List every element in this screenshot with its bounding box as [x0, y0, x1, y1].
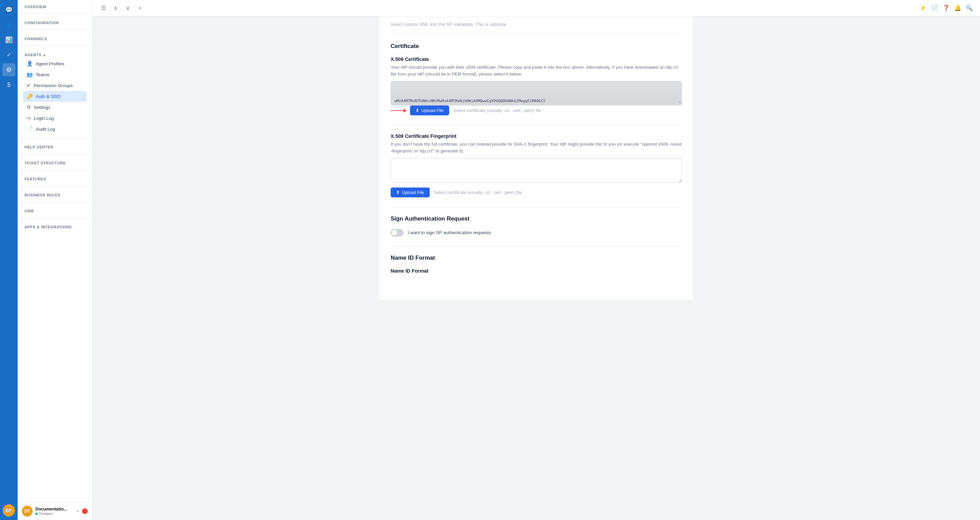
- person-circle-icon: 👤: [27, 60, 33, 67]
- name-id-sub-label: Name ID Format: [391, 268, 682, 274]
- footer-alert-icon[interactable]: 🔴: [82, 508, 88, 514]
- main-area: ☰ ∧ ∨ + ⚡ 📄 ❓ 🔔 🔍 Insert custom XML into…: [92, 0, 980, 520]
- sidebar-business-rules-section: BUSINESS RULES: [18, 188, 92, 200]
- sidebar-item-label: Login Log: [34, 116, 54, 121]
- bolt-icon-btn[interactable]: ⚡: [917, 3, 928, 14]
- sidebar-item-teams[interactable]: 👥 Teams: [23, 69, 87, 80]
- red-arrow-annotation: [391, 108, 407, 113]
- user-avatar-icon[interactable]: DT: [3, 504, 15, 517]
- cert-masked-display: wMzA4MTMxNTE0WhcNMzMwMzA4MTMxNjU0WjAOMQw…: [391, 81, 682, 105]
- help-center-label: HELP CENTER: [23, 145, 87, 149]
- help-icon-btn[interactable]: ❓: [940, 3, 951, 14]
- upload-hint-2: Select certificate (usually .crt, .cert,…: [434, 190, 522, 195]
- apps-integrations-label: APPS & INTEGRATIONS: [23, 225, 87, 229]
- add-btn[interactable]: +: [135, 3, 146, 14]
- top-hint-text: Insert custom XML into the SP metadata. …: [391, 16, 682, 33]
- upload-row-2: ⬆ Upload File Select certificate (usuall…: [391, 188, 682, 197]
- certificate-section-title: Certificate: [391, 43, 682, 50]
- business-rules-label: BUSINESS RULES: [23, 193, 87, 197]
- upload-icon-2: ⬆: [396, 190, 400, 195]
- form-container: Insert custom XML into the SP metadata. …: [380, 16, 693, 299]
- features-label: FEATURES: [23, 177, 87, 181]
- sidebar-item-permission-groups[interactable]: ✔ Permission Groups: [23, 80, 87, 91]
- toolbar-right-icons: ⚡ 📄 ❓ 🔔 🔍: [917, 3, 975, 14]
- x509-fp-label: X.509 Certificate Fingerprint: [391, 134, 682, 139]
- sign-auth-section: Sign Authentication Request I want to si…: [391, 215, 682, 237]
- x509-cert-field: X.509 Certificate Your IdP should provid…: [391, 57, 682, 115]
- footer-avatar: DT: [22, 506, 33, 517]
- footer-org-name: Documentatio...: [35, 507, 74, 512]
- sidebar-channels-section: CHANNELS: [18, 32, 92, 44]
- upload-file-btn-2[interactable]: ⬆ Upload File: [391, 188, 430, 197]
- upload-hint-1: Select certificate (usually .crt, .cert,…: [453, 108, 541, 113]
- icon-bar: 💬 👤 📊 ✓ ⚙ $ DT: [0, 0, 18, 520]
- sign-auth-toggle[interactable]: [391, 229, 404, 237]
- login-log-icon: ↦: [27, 115, 31, 121]
- settings-nav-icon[interactable]: ⚙: [2, 63, 15, 76]
- sidebar-item-settings[interactable]: ⚙ Settings: [23, 102, 87, 113]
- x509-cert-desc: Your IdP should provide you with their x…: [391, 64, 682, 78]
- cert-value-text: wMzA4MTMxNTE0WhcNMzMwMzA4MTMxNjU0WjAOMQw…: [395, 99, 546, 103]
- sidebar-item-audit-log[interactable]: 📄 Audit Log: [23, 124, 87, 134]
- name-id-title: Name ID Format: [391, 254, 682, 261]
- upload-annotation-row: ⬆ Upload File Select certificate (usuall…: [391, 105, 682, 115]
- sidebar-apps-section: APPS & INTEGRATIONS: [18, 220, 92, 232]
- footer-status: Deskpro: [35, 512, 74, 515]
- status-dot: [35, 512, 38, 515]
- sidebar-crm-section: CRM: [18, 204, 92, 216]
- reports-nav-icon[interactable]: 📊: [2, 33, 15, 46]
- channels-label: CHANNELS: [23, 37, 87, 41]
- resize-handle-icon: ⤡: [678, 100, 681, 105]
- expand-btn[interactable]: ∨: [123, 3, 134, 14]
- sidebar-overview-section: OVERVIEW: [18, 0, 92, 11]
- shield-check-icon: ✔: [27, 83, 31, 89]
- crm-label: CRM: [23, 209, 87, 213]
- content-area: Insert custom XML into the SP metadata. …: [92, 16, 980, 520]
- sidebar-item-auth-sso[interactable]: 🔑 Auth & SSO: [23, 91, 87, 102]
- cert-value-container: wMzA4MTMxNTE0WhcNMzMwMzA4MTMxNjU0WjAOMQw…: [391, 81, 682, 105]
- sidebar-item-label: Settings: [34, 105, 50, 110]
- search-icon-btn[interactable]: 🔍: [964, 3, 975, 14]
- key-icon: 🔑: [27, 93, 33, 99]
- agents-header: AGENTS ▲: [23, 53, 87, 57]
- sign-auth-toggle-row: I want to sign SP authentication request…: [391, 229, 682, 237]
- sidebar-agents-section: AGENTS ▲ 👤 Agent Profiles 👥 Teams ✔ Perm…: [18, 48, 92, 136]
- upload-row-1: ⬆ Upload File Select certificate (usuall…: [410, 105, 541, 115]
- contacts-nav-icon[interactable]: 👤: [2, 18, 15, 31]
- sidebar: OVERVIEW CONFIGURATION CHANNELS AGENTS ▲…: [18, 0, 92, 520]
- sidebar-item-login-log[interactable]: ↦ Login Log: [23, 113, 87, 124]
- configuration-label: CONFIGURATION: [23, 21, 87, 25]
- sidebar-item-agent-profiles[interactable]: 👤 Agent Profiles: [23, 58, 87, 69]
- collapse-btn[interactable]: ∧: [110, 3, 121, 14]
- fingerprint-textarea[interactable]: [391, 158, 682, 183]
- ticket-structure-label: TICKET STRUCTURE: [23, 161, 87, 165]
- sidebar-item-label: Agent Profiles: [36, 61, 64, 66]
- sign-auth-toggle-label: I want to sign SP authentication request…: [408, 230, 492, 235]
- upload-file-btn-1[interactable]: ⬆ Upload File: [410, 105, 449, 115]
- billing-nav-icon[interactable]: $: [2, 78, 15, 91]
- audit-doc-icon: 📄: [27, 126, 33, 132]
- sidebar-item-label: Teams: [36, 72, 49, 77]
- overview-label: OVERVIEW: [23, 5, 87, 9]
- chat-nav-icon[interactable]: 💬: [2, 3, 15, 16]
- toolbar: ☰ ∧ ∨ + ⚡ 📄 ❓ 🔔 🔍: [92, 0, 980, 16]
- team-icon: 👥: [27, 72, 33, 78]
- upload-icon-1: ⬆: [415, 108, 419, 113]
- sidebar-item-label: Audit Log: [36, 127, 55, 132]
- sidebar-help-center-section: HELP CENTER: [18, 140, 92, 152]
- name-id-section: Name ID Format Name ID Format: [391, 254, 682, 274]
- gear-icon: ⚙: [27, 104, 31, 110]
- footer-caret-icon[interactable]: ▾: [77, 509, 79, 514]
- sidebar-config-section: CONFIGURATION: [18, 16, 92, 27]
- x509-cert-label: X.509 Certificate: [391, 57, 682, 62]
- x509-fp-desc: If you don't have the full certificate, …: [391, 141, 682, 154]
- sidebar-item-label: Permission Groups: [34, 83, 73, 88]
- sidebar-features-section: FEATURES: [18, 172, 92, 184]
- doc-icon-btn[interactable]: 📄: [929, 3, 940, 14]
- sign-auth-title: Sign Authentication Request: [391, 215, 682, 222]
- list-view-btn[interactable]: ☰: [98, 3, 109, 14]
- x509-fingerprint-field: X.509 Certificate Fingerprint If you don…: [391, 134, 682, 197]
- tasks-nav-icon[interactable]: ✓: [2, 48, 15, 61]
- bell-icon-btn[interactable]: 🔔: [952, 3, 963, 14]
- sidebar-ticket-structure-section: TICKET STRUCTURE: [18, 156, 92, 168]
